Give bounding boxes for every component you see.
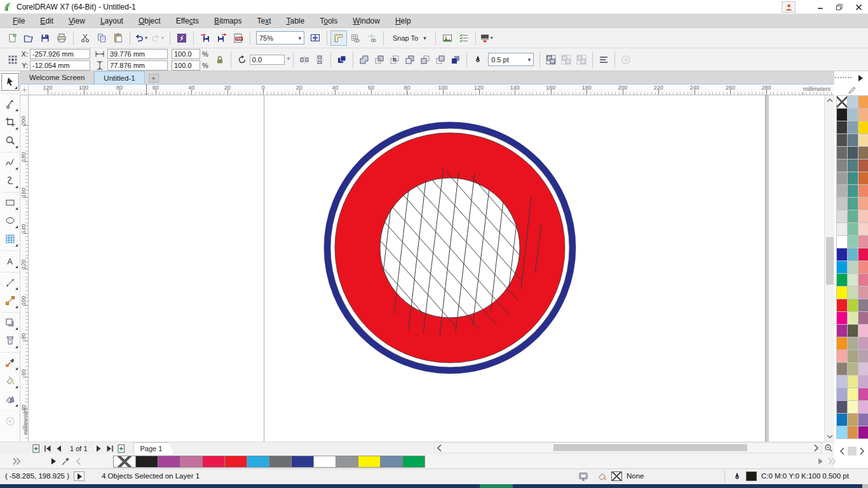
- align-distribute-button[interactable]: [596, 52, 611, 67]
- scroll-left-arrow[interactable]: [435, 443, 445, 452]
- expand-chevrons-icon[interactable]: [11, 456, 22, 466]
- palette-scroll-right[interactable]: [857, 446, 867, 456]
- zoom-tool[interactable]: [1, 132, 19, 149]
- palette-flyout-icon[interactable]: [855, 73, 865, 83]
- document-palette-swatch[interactable]: [269, 456, 292, 468]
- menu-text[interactable]: Text: [249, 15, 278, 27]
- combine-button[interactable]: [334, 52, 349, 67]
- create-boundary-button[interactable]: [448, 52, 463, 67]
- tab-untitled-1[interactable]: Untitled-1: [94, 71, 144, 84]
- add-preset-button[interactable]: [618, 52, 634, 67]
- palette-swatch[interactable]: [858, 96, 868, 108]
- docpalette-overflow-icon[interactable]: [827, 456, 837, 466]
- menu-file[interactable]: File: [5, 15, 32, 27]
- palette-swatch[interactable]: [848, 198, 858, 210]
- document-palette-swatch[interactable]: [336, 456, 358, 468]
- palette-swatch[interactable]: [837, 198, 847, 210]
- redo-button[interactable]: ▾: [150, 30, 166, 46]
- palette-swatch[interactable]: [858, 185, 868, 197]
- palette-swatch[interactable]: [837, 376, 847, 388]
- application-launcher-button[interactable]: ▾: [479, 30, 496, 46]
- document-palette-swatch[interactable]: [291, 456, 314, 468]
- snap-to-select[interactable]: Snap To▾: [390, 31, 430, 44]
- save-button[interactable]: [37, 30, 53, 46]
- status-flyout-button[interactable]: [74, 471, 85, 481]
- add-page-button-2[interactable]: [116, 444, 127, 454]
- front-minus-back-button[interactable]: [417, 52, 433, 67]
- document-palette-swatch[interactable]: [224, 456, 247, 468]
- show-grid-button[interactable]: [347, 30, 363, 46]
- palette-swatch[interactable]: [837, 312, 847, 324]
- trim-button[interactable]: [372, 52, 387, 67]
- palette-swatch[interactable]: [858, 121, 868, 133]
- palette-swatch[interactable]: [848, 248, 858, 261]
- palette-swatch[interactable]: [837, 121, 847, 133]
- palette-swatch[interactable]: [858, 210, 868, 222]
- scroll-down-arrow[interactable]: [825, 431, 835, 442]
- docpalette-flyout-icon[interactable]: [48, 456, 58, 466]
- palette-swatch[interactable]: [858, 134, 868, 146]
- document-palette-swatch[interactable]: [135, 456, 158, 468]
- palette-swatch[interactable]: [848, 147, 858, 159]
- palette-swatch[interactable]: [837, 147, 847, 159]
- copy-button[interactable]: [93, 30, 110, 46]
- docpalette-more-icon[interactable]: [815, 456, 825, 466]
- palette-swatch[interactable]: [848, 236, 858, 248]
- palette-swatch[interactable]: [837, 325, 847, 337]
- open-button[interactable]: [20, 30, 37, 46]
- palette-swatch[interactable]: [837, 388, 847, 400]
- palette-swatch[interactable]: [858, 287, 868, 299]
- palette-eyedropper[interactable]: [836, 85, 868, 95]
- object-width-field[interactable]: [107, 49, 168, 59]
- ruler-origin-icon[interactable]: [20, 85, 29, 95]
- palette-scroll-left[interactable]: [837, 446, 848, 456]
- dropdown-caret-icon[interactable]: ▾: [145, 35, 149, 41]
- scale-horizontal-field[interactable]: [172, 49, 200, 59]
- add-page-button[interactable]: [31, 444, 42, 454]
- palette-swatch[interactable]: [837, 274, 847, 286]
- object-position-grid[interactable]: [5, 52, 20, 67]
- corel-application-button[interactable]: [173, 30, 190, 46]
- rectangle-tool[interactable]: [1, 192, 19, 211]
- vertical-scroll-thumb[interactable]: [826, 237, 834, 285]
- menu-edit[interactable]: Edit: [32, 15, 61, 27]
- horizontal-scrollbar[interactable]: [434, 442, 822, 453]
- text-tool[interactable]: A: [1, 250, 19, 269]
- zoom-level-select[interactable]: 75%▾: [256, 31, 304, 44]
- document-palette-swatch[interactable]: [313, 456, 336, 468]
- scale-vertical-field[interactable]: [172, 60, 200, 71]
- palette-swatch[interactable]: [848, 312, 858, 324]
- palette-swatch[interactable]: [848, 325, 858, 337]
- navigator-button[interactable]: [823, 442, 834, 453]
- palette-swatch[interactable]: [848, 414, 858, 426]
- palette-swatch[interactable]: [858, 159, 868, 172]
- two-point-line-tool[interactable]: [1, 172, 19, 189]
- palette-swatch[interactable]: [848, 96, 858, 108]
- dropdown-caret-icon[interactable]: ▾: [491, 35, 495, 41]
- palette-swatch[interactable]: [837, 134, 847, 146]
- palette-swatch[interactable]: [848, 337, 858, 349]
- document-palette-swatch[interactable]: [158, 456, 180, 468]
- palette-swatch[interactable]: [858, 388, 868, 400]
- drawing-objects[interactable]: [29, 95, 824, 442]
- paste-button[interactable]: [110, 30, 126, 46]
- vertical-ruler[interactable]: 200180160140120100806040millimeters: [20, 95, 29, 442]
- customize-toolbox-button[interactable]: [1, 410, 19, 430]
- previous-page-button[interactable]: [53, 444, 65, 454]
- menu-object[interactable]: Object: [131, 15, 168, 27]
- menu-view[interactable]: View: [61, 15, 93, 27]
- close-button[interactable]: [849, 0, 868, 14]
- document-palette-swatch[interactable]: [113, 456, 136, 468]
- palette-swatch[interactable]: [837, 350, 847, 362]
- x-position-field[interactable]: [30, 49, 90, 59]
- proof-colors-icon[interactable]: [578, 471, 589, 482]
- minimize-button[interactable]: [811, 0, 830, 14]
- palette-swatch[interactable]: [837, 210, 847, 222]
- lock-ratio-button[interactable]: [212, 52, 227, 67]
- palette-swatch[interactable]: [837, 172, 847, 184]
- crop-tool[interactable]: [1, 113, 19, 131]
- palette-swatch[interactable]: [858, 274, 868, 286]
- connector-tool[interactable]: [1, 292, 19, 309]
- palette-swatch[interactable]: [848, 121, 858, 133]
- dimension-tool[interactable]: [1, 272, 19, 291]
